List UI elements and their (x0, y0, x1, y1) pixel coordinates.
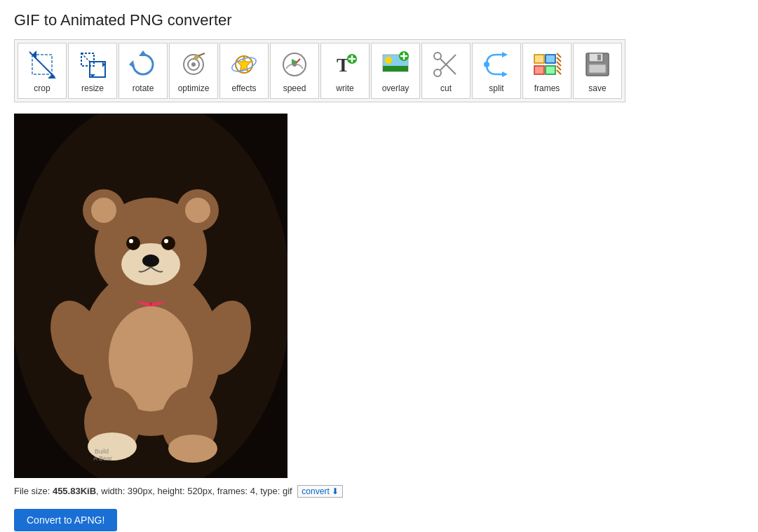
svg-rect-28 (383, 66, 408, 71)
svg-rect-40 (534, 55, 544, 63)
overlay-label: overlay (382, 83, 410, 93)
tool-effects[interactable]: effects (219, 43, 269, 99)
svg-point-34 (434, 53, 441, 60)
svg-point-39 (484, 62, 489, 67)
tool-split[interactable]: split (472, 43, 521, 99)
page-title: GIF to Animated PNG converter (14, 11, 744, 29)
svg-line-45 (557, 57, 561, 62)
effects-icon (228, 48, 260, 81)
cut-icon (430, 48, 462, 81)
svg-rect-41 (546, 55, 555, 63)
tool-write[interactable]: T write (320, 43, 370, 99)
svg-line-36 (440, 59, 456, 74)
svg-line-47 (557, 66, 561, 70)
overlay-icon (379, 48, 412, 81)
write-label: write (336, 83, 353, 93)
svg-point-63 (168, 435, 217, 463)
svg-marker-37 (502, 52, 508, 57)
svg-line-35 (440, 55, 456, 70)
svg-rect-51 (597, 55, 601, 60)
frames-icon (531, 48, 563, 81)
toolbar: crop resize rotate (14, 39, 625, 102)
split-icon (480, 48, 513, 81)
svg-marker-38 (502, 71, 508, 77)
save-label: save (588, 83, 606, 93)
svg-marker-10 (139, 50, 147, 56)
svg-line-48 (557, 70, 561, 74)
svg-rect-42 (534, 66, 544, 74)
split-label: split (489, 83, 503, 93)
effects-label: effects (231, 83, 256, 93)
rotate-icon (127, 48, 159, 81)
image-preview: Build A Bear (14, 114, 287, 478)
svg-point-14 (191, 62, 196, 67)
tool-optimize[interactable]: optimize (169, 43, 218, 99)
file-info: File size: 455.83KiB, width: 390px, heig… (14, 485, 744, 498)
tool-cut[interactable]: cut (421, 43, 471, 99)
rotate-label: rotate (133, 83, 154, 93)
svg-point-73 (161, 236, 175, 250)
svg-point-69 (185, 198, 210, 223)
svg-line-7 (81, 53, 90, 62)
svg-point-72 (129, 239, 133, 243)
resize-icon (76, 48, 109, 81)
crop-icon (26, 48, 58, 81)
svg-point-67 (91, 198, 116, 223)
crop-label: crop (34, 83, 50, 93)
convert-to-apng-button[interactable]: Convert to APNG! (14, 509, 117, 531)
write-icon: T (329, 48, 361, 81)
svg-point-71 (126, 236, 140, 250)
convert-link[interactable]: convert ⬇ (297, 485, 343, 498)
save-icon (581, 48, 614, 81)
speed-icon (278, 48, 311, 81)
svg-rect-52 (589, 64, 606, 73)
file-size-label: File size: (14, 486, 53, 496)
resize-label: resize (81, 83, 104, 93)
svg-point-33 (434, 69, 441, 76)
optimize-icon (177, 48, 210, 81)
file-size-value: 455.83KiB (53, 486, 96, 496)
tool-overlay[interactable]: overlay (371, 43, 420, 99)
file-details: , width: 390px, height: 520px, frames: 4… (96, 486, 292, 496)
svg-marker-11 (129, 60, 135, 69)
tool-crop[interactable]: crop (18, 43, 67, 99)
tool-frames[interactable]: frames (522, 43, 571, 99)
frames-label: frames (534, 83, 560, 93)
svg-line-46 (557, 62, 561, 66)
tool-save[interactable]: save (573, 43, 622, 99)
tool-rotate[interactable]: rotate (119, 43, 168, 99)
svg-text:Build: Build (95, 448, 109, 455)
svg-line-15 (198, 53, 205, 56)
cut-label: cut (440, 83, 452, 93)
svg-point-29 (385, 57, 392, 64)
tool-speed[interactable]: speed (270, 43, 319, 99)
tool-resize[interactable]: resize (68, 43, 117, 99)
optimize-label: optimize (178, 83, 210, 93)
svg-line-44 (557, 53, 561, 57)
svg-rect-43 (546, 66, 555, 74)
svg-text:A Bear: A Bear (93, 455, 112, 462)
svg-point-74 (164, 239, 168, 243)
speed-label: speed (283, 83, 306, 93)
svg-point-75 (142, 254, 159, 267)
